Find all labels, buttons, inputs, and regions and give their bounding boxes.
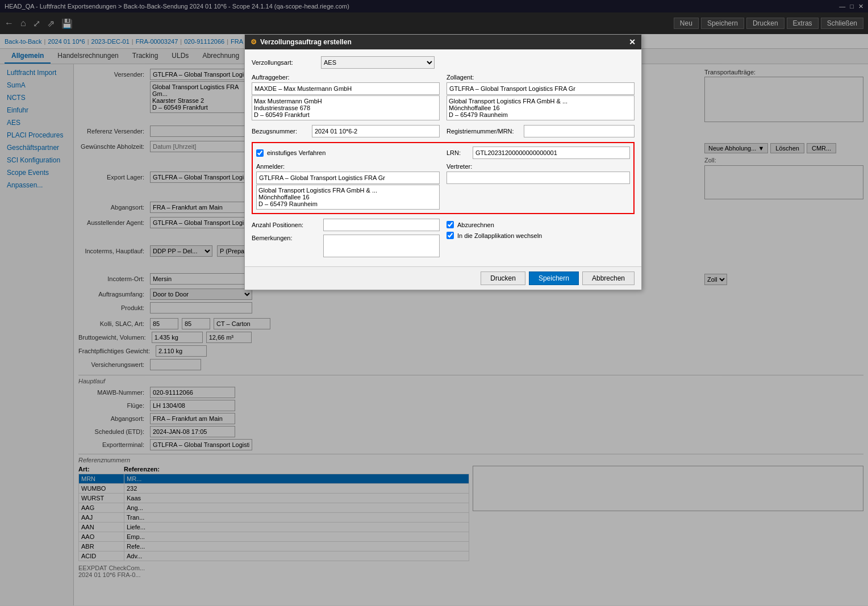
dialog-title-bar: ⚙ Verzollungsauftrag erstellen ✕: [245, 35, 641, 49]
dialog-anmelder-input[interactable]: [256, 172, 440, 184]
registriernummer-row: Registriernummer/MRN:: [446, 125, 635, 137]
registriernummer-label: Registriernummer/MRN:: [446, 128, 520, 135]
dialog-title-text: Verzollungsauftrag erstellen: [260, 38, 352, 46]
dialog-footer: Drucken Speichern Abbrechen: [245, 266, 641, 290]
dialog-speichern-button[interactable]: Speichern: [529, 271, 579, 285]
dialog-auftraggeber-address: Max Mustermann GmbHIndustriestrasse 678D…: [252, 95, 440, 120]
anzahl-input[interactable]: [323, 219, 440, 231]
bezugsnummer-row: Bezugsnummer:: [252, 125, 440, 137]
bemerkungen-textarea[interactable]: [323, 235, 440, 257]
abzurechnen-checkbox[interactable]: [446, 221, 454, 228]
dialog-zollagent-label: Zollagent:: [446, 74, 474, 81]
lrn-row: LRN:: [446, 147, 630, 159]
dialog-auftraggeber-section: Auftraggeber: Max Mustermann GmbHIndustr…: [252, 73, 440, 120]
dialog-overlay: ⚙ Verzollungsauftrag erstellen ✕ Verzoll…: [0, 0, 868, 605]
zollapplikation-checkbox[interactable]: [446, 232, 454, 239]
dialog-drucken-button[interactable]: Drucken: [481, 271, 525, 285]
highlighted-section: einstufiges Verfahren LRN: Anmelder:: [252, 142, 635, 214]
anzahl-label: Anzahl Positionen:: [252, 221, 320, 228]
dialog-zollagent-section: Zollagent: Global Transport Logistics FR…: [446, 73, 635, 120]
verzollungsauftrag-dialog: ⚙ Verzollungsauftrag erstellen ✕ Verzoll…: [244, 34, 642, 290]
einstufig-row: einstufiges Verfahren: [256, 147, 440, 159]
dialog-anmelder-section: Anmelder: Global Transport Logistics FRA…: [256, 162, 440, 210]
bemerkungen-label: Bemerkungen:: [252, 235, 320, 241]
dialog-vertreter-section: Vertreter:: [446, 162, 630, 210]
dialog-auftraggeber-label: Auftraggeber:: [252, 74, 290, 81]
anzahl-section: Anzahl Positionen: Bemerkungen:: [252, 219, 440, 260]
verzollungsart-select[interactable]: AES: [321, 56, 435, 69]
dialog-abbrechen-button[interactable]: Abbrechen: [582, 271, 635, 285]
dialog-vertreter-input[interactable]: [446, 172, 630, 184]
dialog-anmelder-label: Anmelder:: [256, 163, 285, 170]
bezugsnummer-label: Bezugsnummer:: [252, 128, 308, 135]
dialog-vertreter-label: Vertreter:: [446, 163, 472, 170]
lrn-input[interactable]: [473, 147, 630, 159]
checkboxes-section: Abzurechnen In die Zollapplikation wechs…: [446, 219, 635, 260]
einstufig-checkbox[interactable]: [256, 149, 264, 157]
verzollungsart-label: Verzollungsart:: [252, 59, 314, 66]
dialog-anmelder-address: Global Transport Logistics FRA GmbH & ..…: [256, 185, 440, 210]
lrn-label: LRN:: [446, 149, 469, 156]
registriernummer-input[interactable]: [524, 125, 635, 137]
dialog-body: Verzollungsart: AES Auftraggeber: Max Mu…: [245, 49, 641, 266]
abzurechnen-label: Abzurechnen: [457, 221, 494, 228]
dialog-auftraggeber-input[interactable]: [252, 82, 440, 95]
dialog-zollagent-input[interactable]: [446, 82, 635, 95]
einstufig-label: einstufiges Verfahren: [267, 149, 326, 156]
dialog-zollagent-address: Global Transport Logistics FRA GmbH & ..…: [446, 95, 635, 120]
dialog-close-icon[interactable]: ✕: [629, 37, 636, 47]
zollapplikation-label: In die Zollapplikation wechseln: [457, 232, 542, 239]
bezugsnummer-input[interactable]: [312, 125, 440, 137]
